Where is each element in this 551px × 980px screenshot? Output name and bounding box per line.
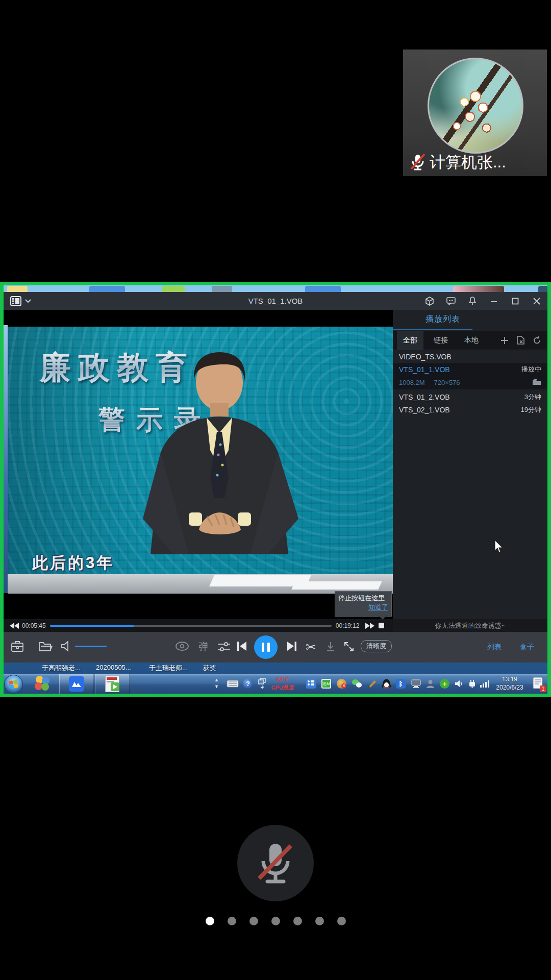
mic-muted-large-icon xyxy=(254,840,297,887)
taskbar-player-app-button[interactable] xyxy=(95,674,130,694)
volume-slider[interactable] xyxy=(75,646,107,647)
clip-scissors-icon[interactable]: ✂ xyxy=(306,640,316,654)
fullscreen-expand-icon[interactable] xyxy=(343,641,355,652)
quality-button[interactable]: 清晰度 xyxy=(361,640,392,652)
page-dot[interactable] xyxy=(337,917,346,925)
locate-file-folder-icon[interactable] xyxy=(532,378,541,385)
item-size: 1008.2M xyxy=(399,379,425,386)
previous-track-icon[interactable] xyxy=(236,641,247,652)
cpu-temp-label: CPU温度 xyxy=(271,684,294,691)
tooltip-arrow xyxy=(379,616,386,620)
tray-ink-pen-icon[interactable] xyxy=(367,679,377,689)
pause-button[interactable] xyxy=(254,635,278,659)
fast-forward-icon[interactable] xyxy=(365,623,374,629)
box-button[interactable]: 盒子 xyxy=(520,643,534,652)
tray-keyboard-icon[interactable] xyxy=(227,680,239,690)
cpu-temp-value: 93℃ xyxy=(276,676,289,682)
stop-icon[interactable] xyxy=(379,623,384,628)
player-controlbar: 弹 ✂ 清晰度 列表 盒子 xyxy=(4,632,547,663)
tray-scroll-arrows[interactable]: ▲▼ xyxy=(214,677,219,690)
desktop-shortcut-label[interactable]: 于高明强老... xyxy=(42,664,81,673)
playlist-item-name: VTS_01_1.VOB xyxy=(399,365,450,374)
tray-network-signal-icon[interactable] xyxy=(480,679,489,689)
cpu-temp-widget[interactable]: 93℃ CPU温度 xyxy=(261,675,304,692)
pin-on-top-button[interactable] xyxy=(462,292,483,310)
maximize-button[interactable] xyxy=(505,292,526,310)
tray-user-icon[interactable] xyxy=(425,679,435,689)
page-dot[interactable] xyxy=(271,917,280,925)
playlist-status-text: 你无法逃避的致命诱惑~ xyxy=(435,621,506,630)
share-border-right xyxy=(547,282,551,697)
tooltip-dismiss-link[interactable]: 知道了 xyxy=(338,603,388,612)
seek-bar[interactable] xyxy=(50,625,332,627)
media-box-icon[interactable] xyxy=(11,640,24,653)
tray-display-icon[interactable] xyxy=(411,679,421,689)
danmaku-toggle[interactable]: 弹 xyxy=(198,640,209,654)
desktop-icon-fragment xyxy=(7,286,28,292)
volume-icon[interactable] xyxy=(61,640,72,652)
taskbar-meeting-app-button[interactable] xyxy=(59,674,94,694)
open-folder-icon[interactable] xyxy=(38,640,53,652)
desktop-shortcut-label[interactable]: 于土瑞老师... xyxy=(149,664,188,673)
tray-speed-app-icon[interactable]: 迅M xyxy=(321,679,331,689)
playing-badge: 播放中 xyxy=(521,365,541,374)
page-dot[interactable] xyxy=(249,917,258,925)
page-dot-active[interactable] xyxy=(206,917,214,925)
shared-screen-region: VTS_01_1.VOB xyxy=(0,282,551,697)
start-button[interactable] xyxy=(4,675,23,694)
page-dot[interactable] xyxy=(293,917,302,925)
tray-playlist-app-icon[interactable] xyxy=(306,679,316,689)
video-area[interactable]: 廉政教育 警示录 xyxy=(4,310,393,619)
playlist-item[interactable]: VTS_01_2.VOB 3分钟 xyxy=(393,390,547,404)
tray-upgrade-icon[interactable]: + xyxy=(440,679,449,689)
tray-power-plug-icon[interactable] xyxy=(467,679,477,689)
page-dot[interactable] xyxy=(228,917,236,925)
current-time: 00:05:45 xyxy=(22,622,46,629)
tray-warning-app-icon[interactable]: ✕ xyxy=(337,679,346,689)
item-resolution: 720×576 xyxy=(434,379,460,386)
item-duration: 3分钟 xyxy=(524,393,541,402)
playlist-item-playing[interactable]: VTS_01_1.VOB 播放中 xyxy=(393,363,547,376)
close-button[interactable] xyxy=(526,292,547,310)
desktop-icon-fragment xyxy=(453,286,504,292)
tab-links[interactable]: 链接 xyxy=(428,331,454,350)
color-balls-app-icon[interactable] xyxy=(35,676,51,692)
desktop-shortcut-label[interactable]: 获奖 xyxy=(203,664,216,673)
tray-wechat-icon[interactable] xyxy=(352,679,362,689)
tray-help-icon[interactable]: ? xyxy=(243,678,253,689)
page-dot[interactable] xyxy=(315,917,324,925)
add-item-icon[interactable] xyxy=(500,336,509,345)
settings-sliders-icon[interactable] xyxy=(217,641,231,653)
app-logo-icon[interactable] xyxy=(10,295,22,307)
participant-tile[interactable]: 计算机张... xyxy=(403,50,547,176)
playlist-item[interactable]: VTS_02_1.VOB 19分钟 xyxy=(393,403,547,416)
feedback-button[interactable] xyxy=(440,292,462,310)
tab-local[interactable]: 本地 xyxy=(458,331,485,350)
tray-volume-icon[interactable] xyxy=(454,679,464,689)
desktop-shortcut-label[interactable]: 20200505... xyxy=(96,664,131,671)
playlist-toggle-button[interactable]: 列表 xyxy=(487,643,502,652)
taskbar-clock[interactable]: 13:19 2020/6/23 xyxy=(489,675,531,692)
clock-date: 2020/6/23 xyxy=(496,684,523,691)
tray-notification-icon[interactable]: 1 xyxy=(533,677,545,691)
clock-time: 13:19 xyxy=(502,676,517,683)
clear-list-icon[interactable] xyxy=(517,336,524,345)
page-indicator-dots[interactable] xyxy=(0,917,551,925)
stop-button-tooltip: 停止按钮在这里 知道了 xyxy=(335,591,392,617)
refresh-icon[interactable] xyxy=(533,336,541,345)
tray-qq-icon[interactable] xyxy=(382,679,391,689)
skin-cube-button[interactable] xyxy=(419,292,440,310)
minimize-button[interactable] xyxy=(483,292,505,310)
tray-bluetooth-icon[interactable]: ᛒ xyxy=(396,679,406,689)
download-icon[interactable] xyxy=(325,641,336,652)
next-track-icon[interactable] xyxy=(286,641,297,652)
microphone-mute-button[interactable] xyxy=(237,825,314,901)
preview-eye-icon[interactable] xyxy=(175,641,189,652)
playlist-item[interactable]: VIDEO_TS.VOB xyxy=(393,350,547,363)
rewind-icon[interactable] xyxy=(10,623,19,629)
video-edge-strip xyxy=(4,325,8,593)
tab-all[interactable]: 全部 xyxy=(397,331,423,350)
playlist-title: 播放列表 xyxy=(425,314,460,325)
chevron-down-icon[interactable] xyxy=(25,299,31,303)
desk-papers xyxy=(291,581,382,590)
